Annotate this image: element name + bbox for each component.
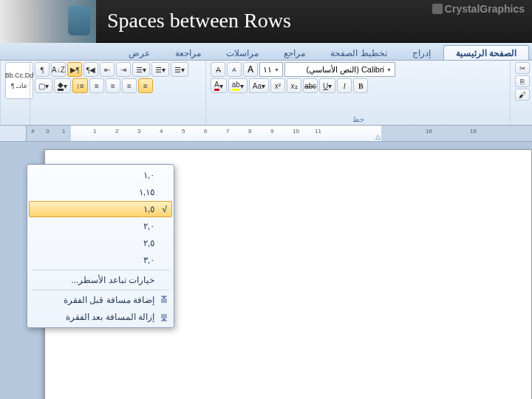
subscript-button[interactable]: x₂ xyxy=(287,78,301,93)
spacing-option-3.0[interactable]: ٣,٠ xyxy=(29,252,172,268)
align-center-button[interactable]: ≡ xyxy=(122,78,137,93)
rtl-direction-button[interactable]: ▶¶ xyxy=(67,62,82,77)
tab-home[interactable]: الصفحة الرئيسية xyxy=(443,45,529,60)
ruler-tick: 4 xyxy=(31,128,34,134)
group-label-paragraph xyxy=(35,122,201,125)
ruler-tick: 6 xyxy=(204,128,207,134)
ruler-tick: 11 xyxy=(315,128,321,134)
ruler-tick: 1 xyxy=(93,128,96,134)
copy-button[interactable]: ⎘ xyxy=(515,75,530,87)
ruler-tick: 10 xyxy=(293,128,299,134)
space-before-icon xyxy=(159,295,169,305)
superscript-button[interactable]: x² xyxy=(270,78,285,93)
ruler-tick: 7 xyxy=(226,128,229,134)
menu-separator xyxy=(32,270,169,270)
borders-icon: ▢▾ xyxy=(38,82,49,90)
align-justify-button[interactable]: ≡ xyxy=(89,78,104,93)
numbering-button[interactable]: ☰▾ xyxy=(151,62,169,77)
strikethrough-button[interactable]: abc xyxy=(303,78,318,93)
bold-button[interactable]: B xyxy=(353,78,368,93)
ruler-area: 4 3 1 1 2 3 4 5 6 7 8 9 10 11 16 18 △ xyxy=(0,126,532,142)
beaker-graphic xyxy=(68,6,90,35)
remove-space-after-paragraph[interactable]: إزالة المسافة بعد الفقرة xyxy=(29,309,172,325)
tab-references[interactable]: مراجع xyxy=(271,45,318,60)
watermark: CrystalGraphics xyxy=(432,3,525,15)
tab-page-layout[interactable]: تخطيط الصفحة xyxy=(318,45,399,60)
decrease-indent-button[interactable]: ⇤ xyxy=(100,62,115,77)
style-name: ¶ عادـ xyxy=(11,82,27,89)
shading-icon: ◆ xyxy=(58,81,64,91)
shrink-font-button[interactable]: A xyxy=(227,62,242,77)
ruler-tick: 16 xyxy=(426,128,432,134)
slide-header: Spaces between Rows CrystalGraphics xyxy=(0,0,532,43)
borders-button[interactable]: ▢▾ xyxy=(35,78,52,93)
ruler-tick: 2 xyxy=(115,128,118,134)
space-after-icon xyxy=(159,312,169,322)
cut-button[interactable]: ✂ xyxy=(515,62,530,74)
slide-title: Spaces between Rows xyxy=(107,9,291,33)
outdent-icon: ⇤ xyxy=(104,66,110,74)
underline-button[interactable]: U▾ xyxy=(319,78,335,93)
font-size-value: ١١ xyxy=(263,65,272,75)
multilevel-list-button[interactable]: ☰▾ xyxy=(132,62,150,77)
highlight-icon: ab xyxy=(232,81,240,91)
spacing-option-1.15[interactable]: ١,١٥ xyxy=(29,184,172,200)
ruler-tick: 9 xyxy=(270,128,273,134)
align-right-icon: ≡ xyxy=(143,82,148,90)
align-right-button[interactable]: ≡ xyxy=(138,78,153,93)
ltr-direction-button[interactable]: ¶◀ xyxy=(83,62,98,77)
italic-button[interactable]: I xyxy=(337,78,352,93)
tab-mailings[interactable]: مراسلات xyxy=(214,45,271,60)
bullets-button[interactable]: ☰▾ xyxy=(171,62,188,77)
tab-view[interactable]: عرض xyxy=(116,45,163,60)
ruler-tick: 3 xyxy=(137,128,140,134)
tab-review[interactable]: مراجعة xyxy=(163,45,214,60)
crystal-logo-icon xyxy=(432,4,443,14)
spacing-option-2.0[interactable]: ٢,٠ xyxy=(29,218,172,234)
spacing-option-1.5[interactable]: √ ١,٥ xyxy=(29,201,172,217)
multilist-icon: ☰▾ xyxy=(136,66,146,74)
spacing-option-1.0[interactable]: ١,٠ xyxy=(29,167,172,183)
dropdown-arrow-icon: ▼ xyxy=(274,67,279,72)
ruler-corner xyxy=(0,126,27,141)
brush-icon: 🖌 xyxy=(519,91,526,99)
tab-insert[interactable]: إدراج xyxy=(400,45,443,60)
format-painter-button[interactable]: 🖌 xyxy=(515,89,530,100)
font-color-button[interactable]: A▾ xyxy=(211,78,227,93)
sort-button[interactable]: A↓Z xyxy=(51,62,66,77)
horizontal-ruler[interactable]: 4 3 1 1 2 3 4 5 6 7 8 9 10 11 16 18 △ xyxy=(27,126,532,141)
line-spacing-button[interactable]: ↕≡ xyxy=(72,78,88,93)
ruler-tick: 18 xyxy=(470,128,477,134)
show-hide-pilcrow-button[interactable]: ¶ xyxy=(35,62,50,77)
shading-button[interactable]: ◆▾ xyxy=(54,78,71,93)
clear-formatting-button[interactable]: A̶ xyxy=(211,62,225,77)
justify-icon: ≡ xyxy=(95,82,99,90)
indent-icon: ⇥ xyxy=(120,66,126,74)
font-name-select[interactable]: ▼ Calibri (النص الأساسي) xyxy=(284,62,395,77)
align-center-icon: ≡ xyxy=(127,82,132,90)
spacing-option-2.5[interactable]: ٢,٥ xyxy=(29,235,172,251)
align-left-button[interactable]: ≡ xyxy=(106,78,120,93)
numbering-icon: ☰▾ xyxy=(155,66,166,74)
ruler-tick: 4 xyxy=(160,128,163,134)
increase-indent-button[interactable]: ⇥ xyxy=(116,62,131,77)
font-color-icon: A xyxy=(214,81,219,91)
group-font: A̶ A A ١١ ▼ ▼ Calibri (النص الأساسي) A▾ … xyxy=(205,61,510,125)
font-size-select[interactable]: ١١ ▼ xyxy=(259,62,283,77)
line-spacing-options[interactable]: خيارات تباعد الأسطر... xyxy=(29,272,172,288)
font-name-value: Calibri (النص الأساسي) xyxy=(306,65,384,75)
add-space-before-paragraph[interactable]: إضافة مسافة قبل الفقرة xyxy=(29,292,172,308)
group-clipboard: ✂ ⎘ 🖌 xyxy=(510,61,532,125)
change-case-button[interactable]: Aa▾ xyxy=(249,78,269,93)
indent-marker-icon[interactable]: △ xyxy=(375,133,381,140)
line-spacing-menu: ١,٠ ١,١٥ √ ١,٥ ٢,٠ ٢,٥ ٣,٠ خيارات تباعد … xyxy=(27,164,174,328)
header-photo xyxy=(0,0,96,43)
align-left-icon: ≡ xyxy=(111,82,115,90)
highlight-button[interactable]: ab▾ xyxy=(228,78,248,93)
ruler-tick: 1 xyxy=(62,128,65,134)
menu-separator xyxy=(32,290,169,290)
grow-font-button[interactable]: A xyxy=(243,62,258,77)
group-styles-partial: Bb.Cc.Dd ¶ عادـ xyxy=(0,61,30,125)
ruler-tick: 5 xyxy=(182,128,185,134)
copy-icon: ⎘ xyxy=(520,78,525,86)
